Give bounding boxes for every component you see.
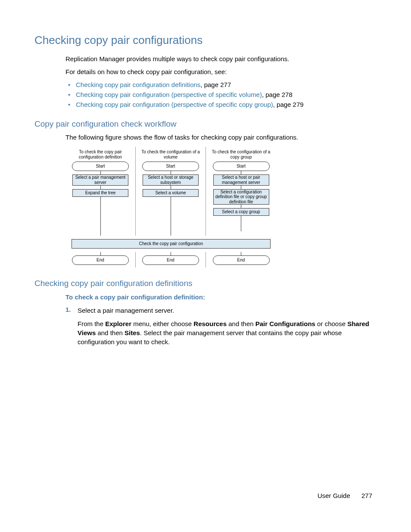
flow-end: End	[213, 255, 270, 265]
footer-page-number: 277	[361, 492, 372, 499]
page-footer: User Guide 277	[318, 492, 372, 499]
flow-start: Start	[213, 162, 270, 171]
flow-step: Select a volume	[143, 189, 199, 197]
step-text: Select a pair management server.	[78, 306, 174, 315]
footer-label: User Guide	[318, 492, 350, 499]
t: or choose	[315, 320, 347, 327]
menu-resources: Resources	[193, 320, 227, 327]
list-item: Checking copy pair configuration (perspe…	[76, 101, 377, 108]
flow-header: To check the copy pair configuration def…	[65, 147, 135, 162]
workflow-diagram: To check the copy pair configuration def…	[65, 147, 277, 268]
heading-definitions: Checking copy pair configuration definit…	[34, 279, 377, 288]
link-page-ref: , page 277	[200, 81, 231, 88]
workflow-intro: The following figure shows the flow of t…	[34, 133, 377, 142]
t: menu, either choose	[131, 320, 193, 327]
flow-end: End	[72, 255, 129, 265]
flow-header: To check the configuration of a volume	[136, 147, 206, 162]
flow-start: Start	[72, 162, 129, 171]
list-item: Checking copy pair configuration definit…	[76, 81, 377, 88]
flow-column-copy-group: To check the configuration of a copy gro…	[206, 147, 276, 236]
link-page-ref: , page 278	[262, 91, 293, 98]
flow-step: Select a host or storage subsystem	[143, 174, 199, 186]
link-check-definitions[interactable]: Checking copy pair configuration definit…	[76, 81, 200, 88]
heading-workflow: Copy pair configuration check workflow	[34, 119, 377, 129]
explorer-menu-name: Explorer	[105, 320, 131, 327]
flow-step: Select a configuration definition file o…	[213, 189, 269, 205]
t: From the	[78, 320, 105, 327]
see-also-list: Checking copy pair configuration definit…	[34, 81, 377, 108]
flow-header: To check the configuration of a copy gro…	[206, 147, 276, 162]
intro-paragraph-1: Replication Manager provides multiple wa…	[34, 55, 377, 63]
procedure-title: To check a copy pair configuration defin…	[34, 293, 377, 301]
flow-step: Select a copy group	[213, 208, 269, 216]
step-number: 1.	[65, 306, 78, 315]
link-page-ref: , page 279	[273, 101, 304, 108]
t: and then	[227, 320, 255, 327]
t: and then	[96, 329, 125, 336]
flow-end: End	[142, 255, 199, 265]
link-check-volume[interactable]: Checking copy pair configuration (perspe…	[76, 91, 262, 98]
flow-step: Select a pair management server	[72, 174, 128, 186]
step-1: 1. Select a pair management server.	[34, 306, 377, 315]
intro-paragraph-2: For details on how to check copy pair co…	[34, 68, 377, 76]
flow-step: Select a host or pair management server	[213, 174, 269, 186]
flow-step: Expand the tree	[72, 189, 128, 197]
flow-column-volume: To check the configuration of a volume S…	[136, 147, 206, 236]
link-check-copy-group[interactable]: Checking copy pair configuration (perspe…	[76, 101, 273, 108]
step-1-paragraph: From the Explorer menu, either choose Re…	[34, 319, 377, 346]
flow-column-definition: To check the copy pair configuration def…	[65, 147, 136, 236]
menu-pair-configurations: Pair Configurations	[255, 320, 315, 327]
flow-start: Start	[142, 162, 199, 171]
menu-sites: Sites	[125, 329, 140, 336]
list-item: Checking copy pair configuration (perspe…	[76, 91, 377, 98]
flow-shared-step: Check the copy pair configuration	[72, 239, 271, 249]
page-title: Checking copy pair configurations	[34, 34, 377, 47]
